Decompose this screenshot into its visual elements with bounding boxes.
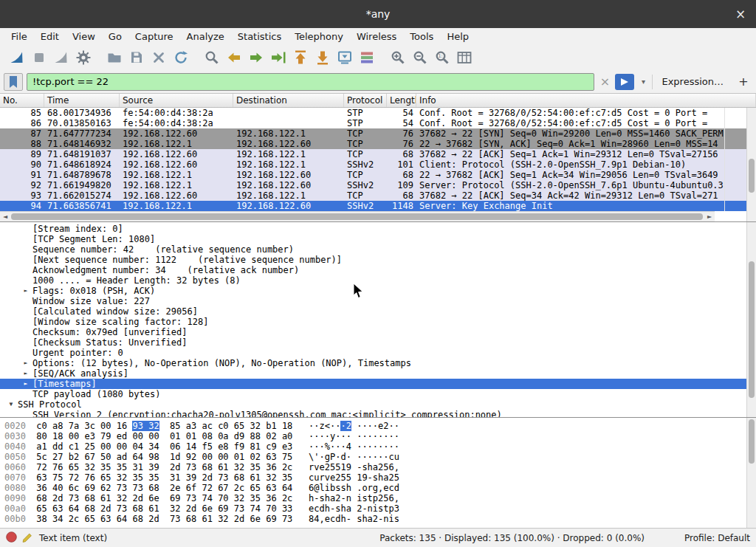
menu-file[interactable]: File	[4, 30, 34, 44]
packet-list-hscrollbar[interactable]: ◄ ►	[0, 211, 715, 221]
hex-row[interactable]: 0050 5c 27 b2 67 50 ad 64 98 1d 92 00 00…	[4, 452, 756, 462]
zoom-original-button[interactable]: 1:1	[431, 47, 453, 68]
restart-capture-button[interactable]	[50, 47, 72, 68]
find-packet-button[interactable]	[201, 47, 223, 68]
expand-icon[interactable]: ►	[21, 368, 31, 379]
column-header-source[interactable]: Source	[120, 94, 233, 107]
packet-row-85[interactable]: 8568.001734936fe:54:00:d4:38:2aSTP54Conf…	[0, 108, 756, 118]
packet-row-93[interactable]: 9371.662015274192.168.122.60192.168.122.…	[0, 190, 756, 201]
hex-row[interactable]: 00a0 65 63 64 68 2d 73 68 61 32 2d 6e 69…	[4, 503, 756, 514]
packet-row-89[interactable]: 8971.648191037192.168.122.60192.168.122.…	[0, 149, 756, 159]
detail-line[interactable]: 1000 .... = Header Length: 32 bytes (8)	[0, 275, 756, 286]
detail-line[interactable]: [TCP Segment Len: 1080]	[0, 234, 756, 244]
detail-line[interactable]: ►Flags: 0x018 (PSH, ACK)	[0, 286, 756, 296]
detail-line[interactable]: Sequence number: 42 (relative sequence n…	[0, 244, 756, 255]
column-header-length[interactable]: Length	[387, 94, 416, 107]
detail-line[interactable]: Acknowledgment number: 34 (relative ack …	[0, 265, 756, 275]
hex-row[interactable]: 0040 a1 dd c1 25 00 00 04 34 06 14 f5 e8…	[4, 441, 756, 452]
packet-list-vscrollbar[interactable]	[746, 108, 756, 221]
packet-row-94[interactable]: 9471.663856741192.168.122.1192.168.122.6…	[0, 201, 756, 211]
save-file-button[interactable]	[126, 47, 148, 68]
start-capture-button[interactable]	[6, 47, 28, 68]
detail-line[interactable]: [Checksum Status: Unverified]	[0, 337, 756, 348]
expression-button[interactable]: Expression…	[652, 75, 731, 89]
go-to-packet-button[interactable]	[267, 47, 289, 68]
hex-row[interactable]: 0030 80 18 00 e3 79 ed 00 00 01 01 08 0a…	[4, 431, 756, 441]
column-header-destination[interactable]: Destination	[233, 94, 344, 107]
menu-wireless[interactable]: Wireless	[350, 30, 403, 44]
capture-options-button[interactable]	[72, 47, 94, 68]
auto-scroll-button[interactable]	[334, 47, 356, 68]
expand-icon[interactable]: ►	[21, 358, 31, 368]
menu-telephony[interactable]: Telephony	[288, 30, 350, 44]
hex-row[interactable]: 0080 36 40 6c 69 62 73 73 68 2e 6f 72 67…	[4, 483, 756, 493]
detail-line[interactable]: ▼SSH Protocol	[0, 399, 756, 410]
filter-bookmark-icon[interactable]	[4, 73, 23, 91]
packet-row-92[interactable]: 9271.661949820192.168.122.1192.168.122.6…	[0, 180, 756, 190]
packet-row-88[interactable]: 8871.648146932192.168.122.1192.168.122.6…	[0, 139, 756, 149]
packet-row-91[interactable]: 9171.648789678192.168.122.1192.168.122.6…	[0, 170, 756, 180]
packet-row-90[interactable]: 9071.648618924192.168.122.60192.168.122.…	[0, 159, 756, 170]
collapse-icon[interactable]: ▼	[6, 399, 16, 410]
menu-help[interactable]: Help	[440, 30, 475, 44]
zoom-out-button[interactable]	[409, 47, 431, 68]
detail-line[interactable]: TCP payload (1080 bytes)	[0, 389, 756, 399]
column-header-info[interactable]: Info	[416, 94, 756, 107]
go-back-button[interactable]	[223, 47, 245, 68]
detail-line[interactable]: ►[Timestamps]	[0, 379, 756, 389]
detail-line[interactable]: [Next sequence number: 1122 (relative se…	[0, 255, 756, 265]
go-forward-button[interactable]	[245, 47, 267, 68]
go-to-bottom-button[interactable]	[312, 47, 334, 68]
menu-edit[interactable]: Edit	[34, 30, 66, 44]
hex-row[interactable]: 0060 72 76 65 32 35 35 31 39 2d 73 68 61…	[4, 462, 756, 472]
hscroll-thumb[interactable]	[11, 213, 703, 220]
detail-line[interactable]: Urgent pointer: 0	[0, 348, 756, 358]
expert-info-icon[interactable]	[6, 531, 17, 545]
close-file-button[interactable]	[148, 47, 170, 68]
menu-analyze[interactable]: Analyze	[180, 30, 231, 44]
details-vscroll-thumb[interactable]	[749, 261, 755, 398]
go-to-top-button[interactable]	[289, 47, 312, 68]
menu-statistics[interactable]: Statistics	[231, 30, 288, 44]
bytes-vscroll-thumb[interactable]	[749, 419, 755, 464]
detail-line[interactable]: [Calculated window size: 29056]	[0, 306, 756, 317]
detail-line[interactable]: [Window size scaling factor: 128]	[0, 317, 756, 327]
display-filter-input[interactable]: !tcp.port == 22	[27, 73, 594, 91]
detail-line[interactable]: ►Options: (12 bytes), No-Operation (NOP)…	[0, 358, 756, 368]
hscroll-left-arrow-icon[interactable]: ◄	[0, 212, 10, 221]
apply-filter-icon[interactable]	[615, 74, 634, 90]
hex-row[interactable]: 00b0 38 34 2c 65 63 64 68 2d 73 68 61 32…	[4, 514, 756, 524]
capture-comment-icon[interactable]	[22, 531, 34, 545]
column-header-time[interactable]: Time	[44, 94, 120, 107]
open-file-button[interactable]	[103, 47, 126, 68]
column-header-protocol[interactable]: Protocol	[344, 94, 387, 107]
column-header-no[interactable]: No.	[0, 94, 44, 107]
resize-columns-button[interactable]	[453, 47, 475, 68]
bytes-vscrollbar[interactable]	[746, 418, 756, 528]
add-filter-button[interactable]: +	[735, 75, 752, 89]
detail-line[interactable]: SSH Version 2 (encryption:chacha20-poly1…	[0, 410, 756, 417]
zoom-in-button[interactable]	[387, 47, 409, 68]
menu-capture[interactable]: Capture	[128, 30, 180, 44]
hscroll-right-arrow-icon[interactable]: ►	[704, 212, 715, 221]
reload-file-button[interactable]	[170, 47, 192, 68]
packet-row-87[interactable]: 8771.647777234192.168.122.60192.168.122.…	[0, 128, 756, 139]
hex-row[interactable]: 0090 68 2d 73 68 61 32 2d 6e 69 73 74 70…	[4, 493, 756, 503]
menu-view[interactable]: View	[66, 30, 102, 44]
expand-icon[interactable]: ►	[21, 286, 31, 296]
vscroll-thumb[interactable]	[749, 159, 755, 193]
filter-dropdown-icon[interactable]: ▾	[638, 78, 648, 86]
detail-line[interactable]: Window size value: 227	[0, 296, 756, 306]
menu-tools[interactable]: Tools	[403, 30, 440, 44]
detail-line[interactable]: [Stream index: 0]	[0, 224, 756, 234]
stop-capture-button[interactable]	[28, 47, 50, 68]
menu-go[interactable]: Go	[102, 30, 128, 44]
details-vscrollbar[interactable]	[746, 222, 756, 417]
clear-filter-icon[interactable]: ×	[598, 75, 611, 89]
colorize-button[interactable]	[356, 47, 378, 68]
detail-line[interactable]: ►[SEQ/ACK analysis]	[0, 368, 756, 379]
profile-label[interactable]: Profile: Default	[684, 533, 750, 543]
detail-line[interactable]: Checksum: 0x79ed [unverified]	[0, 327, 756, 337]
window-close-icon[interactable]: ×	[732, 6, 749, 22]
hex-row[interactable]: 0070 63 75 72 76 65 32 35 35 31 39 2d 73…	[4, 472, 756, 483]
